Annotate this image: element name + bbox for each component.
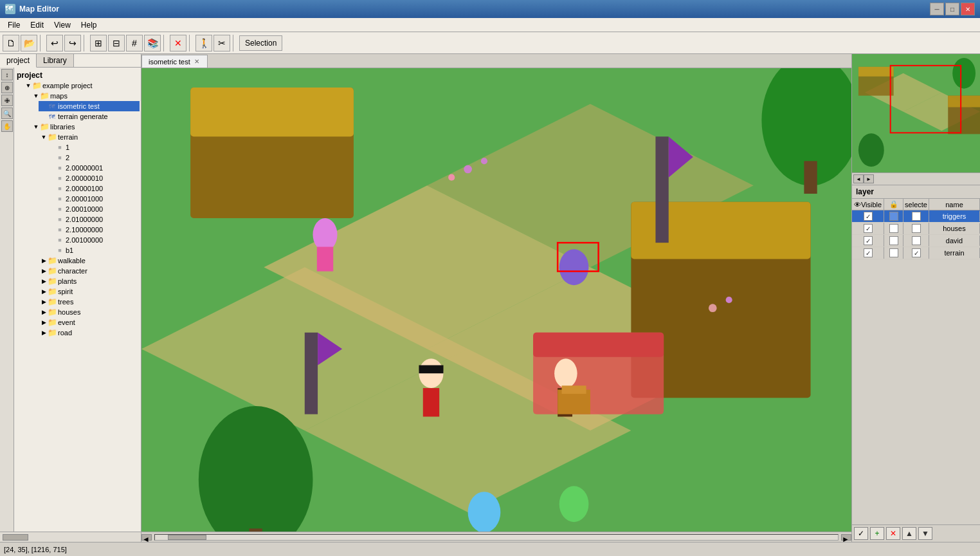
close-map-button[interactable]: ✕ [170,35,186,51]
tree-item-character[interactable]: ▶ 📁 character [39,266,140,276]
layer-lock-david [884,235,903,246]
tree-item-t2_00000001[interactable]: ■ 2.00000001 [46,163,140,173]
hash-button[interactable]: # [126,35,143,51]
layer-check-all-button[interactable]: ✓ [854,527,868,540]
tree-item-t2_00010000[interactable]: ■ 2.00010000 [46,204,140,214]
tree-item-terrain[interactable]: ▼ 📁 terrain [39,132,140,142]
layer-delete-button[interactable]: ✕ [886,527,900,540]
tree-item-example-project[interactable]: ▼ 📁 example project [23,80,140,91]
menu-file[interactable]: File [3,19,25,31]
maximize-button[interactable]: □ [945,3,959,15]
lock-check-triggers[interactable] [889,212,898,221]
tab-library[interactable]: Library [37,54,74,67]
layer-up-button[interactable]: ▲ [902,527,916,540]
tree-item-isometric-test[interactable]: 🗺 isometric test [39,101,140,111]
tab-close-icon[interactable]: ✕ [193,58,201,66]
expand-icon: ▶ [40,309,48,315]
tree-label: 1 [66,144,69,151]
minimize-button[interactable]: ─ [930,3,944,15]
tree-item-t2_00100000[interactable]: ■ 2.00100000 [46,235,140,245]
walk-button[interactable]: 🚶 [195,35,212,51]
scroll-left-btn[interactable]: ◄ [141,534,152,541]
open-button[interactable]: 📂 [21,35,37,51]
tree-item-spirit[interactable]: ▶ 📁 spirit [39,286,140,297]
new-button[interactable]: 🗋 [3,35,19,51]
undo-button[interactable]: ↩ [46,35,63,51]
tree-item-t2_00000010[interactable]: ■ 2.00000010 [46,173,140,183]
tab-isometric-test[interactable]: isometric test ✕ [141,55,208,68]
svg-rect-32 [305,333,318,414]
select-check-terrain[interactable] [912,248,921,257]
tab-bar: isometric test ✕ [141,54,851,68]
scrollbar-track[interactable] [154,534,839,541]
tree-item-b1[interactable]: ■ b1 [46,245,140,255]
select-check-houses[interactable] [912,224,921,233]
tool-add[interactable]: ⊕ [1,82,13,93]
selection-label: Selection [239,35,282,51]
separator-2 [84,35,87,51]
scroll-right-btn[interactable]: ► [841,534,851,541]
tree-label: 2 [66,154,69,162]
tree-item-houses[interactable]: ▶ 📁 houses [39,307,140,317]
layer-row-houses[interactable]: houses [852,223,980,235]
layer-row-triggers[interactable]: triggers [852,210,980,223]
toolbar: 🗋 📂 ↩ ↪ ⊞ ⊟ # 📚 ✕ 🚶 ✂ Selection [0,32,980,54]
horizontal-scrollbar[interactable]: ◄ ► [141,532,851,542]
tree-item-plants[interactable]: ▶ 📁 plants [39,276,140,286]
visible-check-triggers[interactable] [864,212,873,221]
layer-add-button[interactable]: + [870,527,884,540]
minimap-scroll-right[interactable]: ► [864,174,874,183]
tool-cross[interactable]: ✙ [1,95,13,106]
close-button[interactable]: ✕ [961,3,975,15]
grid1-button[interactable]: ⊞ [90,35,107,51]
tool-zoom[interactable]: 🔍 [1,107,13,119]
layer-down-button[interactable]: ▼ [918,527,932,540]
left-panel-scrollbar[interactable] [0,532,141,542]
grid2-button[interactable]: ⊟ [108,35,125,51]
tree-item-event[interactable]: ▶ 📁 event [39,317,140,328]
svg-point-29 [709,304,717,312]
select-check-triggers[interactable] [912,212,921,221]
map-canvas[interactable] [141,68,851,532]
layer-row-terrain[interactable]: terrain [852,247,980,259]
tree-item-t1[interactable]: ■ 1 [46,142,140,153]
minimap [852,54,980,173]
lock-check-houses[interactable] [889,224,898,233]
menu-view[interactable]: View [49,19,76,31]
layer-select-david [903,235,929,246]
scrollbar-thumb[interactable] [168,535,206,540]
tool-hand[interactable]: ✋ [1,120,13,132]
project-tree-container: project ▼ 📁 example project ▼ 📁 maps 🗺 [14,68,141,532]
tree-item-maps[interactable]: ▼ 📁 maps [31,91,140,101]
visible-label: Visible [861,201,882,208]
tool-resize[interactable]: ↕ [1,69,13,80]
tab-project[interactable]: project [0,54,37,68]
select-check-david[interactable] [912,236,921,245]
lib-button[interactable]: 📚 [144,35,161,51]
lock-check-terrain[interactable] [889,248,898,257]
svg-rect-11 [533,333,664,357]
tree-item-terrain-generate[interactable]: 🗺 terrain generate [39,111,140,122]
visible-check-david[interactable] [864,236,873,245]
layer-row-david[interactable]: david [852,235,980,247]
cut-button[interactable]: ✂ [213,35,230,51]
separator-5 [233,35,237,51]
tree-label: libraries [50,123,75,131]
tree-item-t2[interactable]: ■ 2 [46,153,140,163]
minimap-scroll-left[interactable]: ◄ [853,174,864,183]
lock-check-david[interactable] [889,236,898,245]
tree-item-libraries[interactable]: ▼ 📁 libraries [31,122,140,132]
tree-item-t2_10000000[interactable]: ■ 2.10000000 [46,225,140,235]
folder-icon: 📁 [48,266,57,275]
tree-item-t2_00000100[interactable]: ■ 2.00000100 [46,183,140,194]
visible-check-houses[interactable] [864,224,873,233]
tree-item-walkable[interactable]: ▶ 📁 walkable [39,255,140,266]
menu-edit[interactable]: Edit [25,19,49,31]
tree-item-trees[interactable]: ▶ 📁 trees [39,297,140,307]
tree-item-road[interactable]: ▶ 📁 road [39,328,140,338]
redo-button[interactable]: ↪ [64,35,81,51]
tree-item-t2_01000000[interactable]: ■ 2.01000000 [46,214,140,225]
menu-help[interactable]: Help [76,19,102,31]
tree-item-t2_00001000[interactable]: ■ 2.00001000 [46,194,140,204]
visible-check-terrain[interactable] [864,248,873,257]
